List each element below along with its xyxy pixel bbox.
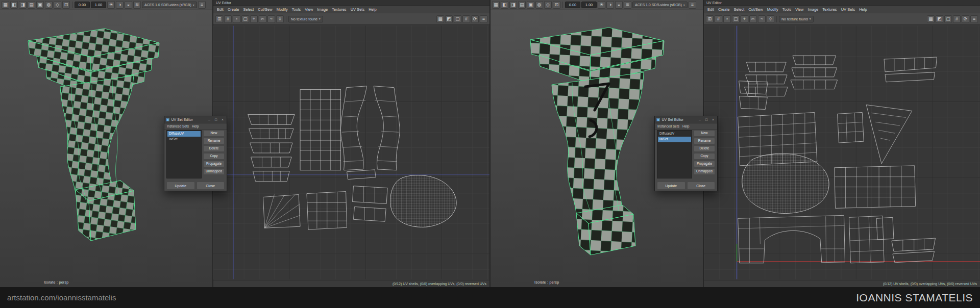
- menu-view[interactable]: View: [793, 6, 805, 13]
- menu-help[interactable]: Help: [682, 124, 689, 128]
- close-button[interactable]: ×: [220, 118, 225, 121]
- button-new[interactable]: New: [203, 130, 225, 137]
- colorspace-dropdown[interactable]: ACES 1.0 SDR-video (sRGB) ▾: [142, 2, 197, 8]
- renderer-menu-icon[interactable]: ≡: [198, 1, 206, 9]
- checker-map-icon[interactable]: ▦: [927, 15, 935, 23]
- gamma-field[interactable]: 1.00: [91, 2, 106, 9]
- button-delete[interactable]: Delete: [694, 145, 715, 152]
- minimize-button[interactable]: –: [207, 118, 212, 121]
- uv-set-uvset[interactable]: uvSet: [658, 137, 691, 142]
- lighting-icon[interactable]: ☀: [107, 1, 115, 9]
- uv-set-editor-titlebar[interactable]: ▣ UV Set Editor – □ ×: [655, 116, 717, 123]
- button-rename[interactable]: Rename: [694, 138, 715, 144]
- menu-modify[interactable]: Modify: [275, 6, 290, 13]
- select-camera-icon[interactable]: ▦: [492, 1, 500, 9]
- menu-select[interactable]: Select: [241, 6, 256, 13]
- motion-blur-icon[interactable]: ≋: [624, 1, 631, 9]
- uv-set-editor-titlebar[interactable]: ▣ UV Set Editor – □ ×: [164, 116, 227, 123]
- menu-cut-sew[interactable]: Cut/Sew: [256, 6, 274, 13]
- move-uv-icon[interactable]: +: [250, 15, 258, 23]
- image-plane-icon[interactable]: ▣: [527, 1, 534, 9]
- shadows-icon[interactable]: ◑: [116, 1, 124, 9]
- uv-grid-icon[interactable]: ⊞: [706, 15, 714, 23]
- camera-settings-icon[interactable]: ◨: [19, 1, 27, 9]
- menu-edit[interactable]: Edit: [705, 6, 716, 13]
- bookmarks-icon[interactable]: ▤: [28, 1, 35, 9]
- button-unmapped[interactable]: Unmapped: [203, 168, 225, 175]
- close-footer-button[interactable]: Close: [687, 182, 716, 190]
- bookmarks-icon[interactable]: ▤: [518, 1, 526, 9]
- editor-options-icon[interactable]: ≡: [970, 15, 978, 23]
- uv-shell-crumpled[interactable]: [742, 153, 829, 213]
- unfold-uv-icon[interactable]: ◊: [276, 15, 284, 23]
- distortion-display-icon[interactable]: ◩: [445, 15, 453, 23]
- menu-edit[interactable]: Edit: [215, 6, 226, 13]
- move-uv-icon[interactable]: +: [741, 15, 748, 23]
- motion-blur-icon[interactable]: ≋: [133, 1, 141, 9]
- exposure-field[interactable]: 0.00: [565, 2, 580, 9]
- pixel-snap-icon[interactable]: ▫: [233, 15, 240, 23]
- refresh-icon[interactable]: ⟳: [471, 15, 479, 23]
- button-propagate[interactable]: Propagate: [694, 161, 715, 167]
- uv-set-diffuseuv[interactable]: DiffuseUV: [167, 131, 201, 137]
- editor-options-icon[interactable]: ≡: [480, 15, 487, 23]
- grid-numbers-icon[interactable]: #: [462, 15, 470, 23]
- menu-modify[interactable]: Modify: [765, 6, 780, 13]
- renderer-menu-icon[interactable]: ≡: [689, 1, 696, 9]
- exposure-field[interactable]: 0.00: [75, 2, 90, 9]
- uv-canvas[interactable]: [704, 25, 980, 280]
- two-d-pan-zoom-icon[interactable]: ◍: [535, 1, 543, 9]
- close-footer-button[interactable]: Close: [197, 182, 225, 190]
- menu-image[interactable]: Image: [315, 6, 330, 13]
- uv-shells-right[interactable]: [704, 25, 980, 280]
- maximize-button[interactable]: □: [704, 118, 709, 121]
- texture-borders-icon[interactable]: ▢: [454, 15, 461, 23]
- uv-editor-title[interactable]: UV Editor: [704, 0, 980, 6]
- menu-uv-sets[interactable]: UV Sets: [839, 6, 857, 13]
- snap-to-grid-icon[interactable]: #: [715, 15, 722, 23]
- grid-numbers-icon[interactable]: #: [953, 15, 961, 23]
- menu-tools[interactable]: Tools: [780, 6, 794, 13]
- minimize-button[interactable]: –: [697, 118, 702, 121]
- cut-uv-icon[interactable]: ✂: [259, 15, 266, 23]
- film-gate-icon[interactable]: ⊡: [553, 1, 560, 9]
- uv-set-diffuseuv[interactable]: DiffuseUV: [658, 131, 691, 137]
- sew-uv-icon[interactable]: ~: [267, 15, 275, 23]
- snap-to-grid-icon[interactable]: #: [224, 15, 232, 23]
- menu-select[interactable]: Select: [731, 6, 746, 13]
- menu-uv-sets[interactable]: UV Sets: [349, 6, 367, 13]
- gamma-field[interactable]: 1.00: [581, 2, 597, 9]
- menu-create[interactable]: Create: [226, 6, 241, 13]
- update-button[interactable]: Update: [166, 182, 195, 190]
- button-copy[interactable]: Copy: [694, 153, 715, 160]
- texture-selector-dropdown[interactable]: No texture found ▾: [288, 16, 323, 22]
- uv-set-uvset[interactable]: uvSet: [167, 137, 201, 142]
- image-plane-icon[interactable]: ▣: [36, 1, 44, 9]
- uv-canvas[interactable]: [213, 25, 489, 280]
- lock-camera-icon[interactable]: ◧: [10, 1, 18, 9]
- refresh-icon[interactable]: ⟳: [962, 15, 969, 23]
- uv-grid-icon[interactable]: ⊞: [215, 15, 223, 23]
- button-delete[interactable]: Delete: [203, 145, 225, 152]
- texture-selector-dropdown[interactable]: No texture found ▾: [779, 16, 814, 22]
- pixel-snap-icon[interactable]: ▫: [723, 15, 731, 23]
- close-button[interactable]: ×: [710, 118, 716, 121]
- camera-settings-icon[interactable]: ◨: [509, 1, 517, 9]
- menu-help[interactable]: Help: [192, 124, 199, 128]
- colorspace-dropdown[interactable]: ACES 1.0 SDR-video (sRGB) ▾: [632, 2, 688, 8]
- shell-select-icon[interactable]: ▢: [732, 15, 740, 23]
- uv-shells-left[interactable]: [213, 25, 489, 280]
- menu-help[interactable]: Help: [366, 6, 378, 13]
- select-camera-icon[interactable]: ▦: [2, 1, 9, 9]
- button-propagate[interactable]: Propagate: [203, 161, 225, 167]
- maximize-button[interactable]: □: [213, 118, 218, 121]
- ambient-occlusion-icon[interactable]: ◒: [615, 1, 623, 9]
- menu-textures[interactable]: Textures: [820, 6, 839, 13]
- button-copy[interactable]: Copy: [203, 153, 225, 160]
- ambient-occlusion-icon[interactable]: ◒: [125, 1, 132, 9]
- cut-uv-icon[interactable]: ✂: [749, 15, 757, 23]
- menu-cut-sew[interactable]: Cut/Sew: [746, 6, 765, 13]
- menu-create[interactable]: Create: [716, 6, 732, 13]
- menu-view[interactable]: View: [303, 6, 315, 13]
- uv-editor-title[interactable]: UV Editor: [213, 0, 489, 6]
